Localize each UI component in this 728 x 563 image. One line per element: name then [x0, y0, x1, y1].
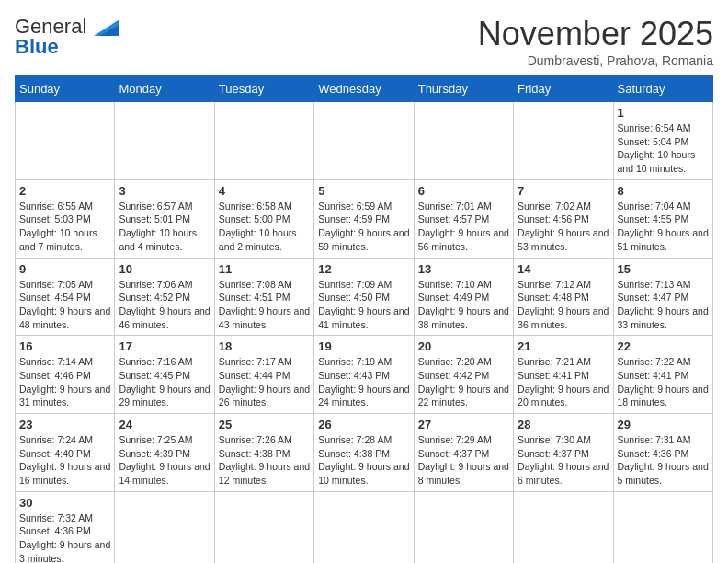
calendar-cell: 26Sunrise: 7:28 AM Sunset: 4:38 PM Dayli…	[314, 414, 414, 492]
day-info: Sunrise: 7:13 AM Sunset: 4:47 PM Dayligh…	[618, 278, 709, 332]
day-number: 29	[618, 418, 709, 431]
day-info: Sunrise: 7:28 AM Sunset: 4:38 PM Dayligh…	[318, 433, 409, 488]
day-info: Sunrise: 7:08 AM Sunset: 4:51 PM Dayligh…	[219, 278, 310, 332]
day-number: 13	[418, 262, 509, 276]
day-number: 10	[119, 262, 210, 276]
calendar-header-thursday: Thursday	[414, 76, 513, 102]
calendar-cell: 6Sunrise: 7:01 AM Sunset: 4:57 PM Daylig…	[414, 179, 513, 258]
calendar-cell	[414, 491, 513, 563]
calendar-header-tuesday: Tuesday	[214, 76, 313, 102]
calendar-cell: 29Sunrise: 7:31 AM Sunset: 4:36 PM Dayli…	[613, 414, 712, 492]
day-number: 30	[19, 496, 110, 510]
day-number: 5	[318, 184, 409, 198]
day-info: Sunrise: 7:25 AM Sunset: 4:39 PM Dayligh…	[119, 433, 210, 488]
calendar-cell: 13Sunrise: 7:10 AM Sunset: 4:49 PM Dayli…	[414, 258, 513, 336]
calendar-header-saturday: Saturday	[613, 76, 712, 102]
day-info: Sunrise: 7:32 AM Sunset: 4:36 PM Dayligh…	[19, 511, 110, 563]
month-title: November 2025	[478, 15, 713, 53]
calendar-cell: 2Sunrise: 6:55 AM Sunset: 5:03 PM Daylig…	[16, 179, 115, 258]
logo-icon	[90, 16, 123, 38]
calendar-cell	[314, 102, 414, 180]
calendar-cell: 10Sunrise: 7:06 AM Sunset: 4:52 PM Dayli…	[115, 258, 214, 336]
logo-blue: Blue	[15, 35, 59, 59]
calendar-header-sunday: Sunday	[16, 76, 115, 102]
day-number: 22	[618, 339, 709, 353]
day-info: Sunrise: 7:17 AM Sunset: 4:44 PM Dayligh…	[219, 355, 310, 409]
calendar-cell: 23Sunrise: 7:24 AM Sunset: 4:40 PM Dayli…	[16, 414, 115, 492]
calendar-cell	[16, 102, 115, 180]
calendar-cell: 27Sunrise: 7:29 AM Sunset: 4:37 PM Dayli…	[414, 414, 513, 492]
week-row-3: 9Sunrise: 7:05 AM Sunset: 4:54 PM Daylig…	[16, 258, 713, 336]
day-info: Sunrise: 7:14 AM Sunset: 4:46 PM Dayligh…	[19, 355, 110, 409]
day-number: 25	[219, 418, 310, 431]
calendar-cell: 30Sunrise: 7:32 AM Sunset: 4:36 PM Dayli…	[16, 491, 115, 563]
day-info: Sunrise: 6:55 AM Sunset: 5:03 PM Dayligh…	[19, 200, 110, 254]
day-info: Sunrise: 7:12 AM Sunset: 4:48 PM Dayligh…	[518, 278, 609, 332]
location: Dumbravesti, Prahova, Romania	[478, 53, 713, 68]
calendar-cell: 1Sunrise: 6:54 AM Sunset: 5:04 PM Daylig…	[613, 102, 712, 180]
page-header: General Blue November 2025 Dumbravesti, …	[15, 15, 713, 68]
calendar-cell: 21Sunrise: 7:21 AM Sunset: 4:41 PM Dayli…	[514, 336, 613, 414]
week-row-2: 2Sunrise: 6:55 AM Sunset: 5:03 PM Daylig…	[16, 179, 713, 258]
calendar-cell: 28Sunrise: 7:30 AM Sunset: 4:37 PM Dayli…	[514, 414, 613, 492]
calendar-cell: 3Sunrise: 6:57 AM Sunset: 5:01 PM Daylig…	[115, 179, 214, 258]
day-info: Sunrise: 7:09 AM Sunset: 4:50 PM Dayligh…	[318, 278, 409, 332]
day-number: 17	[119, 339, 210, 353]
day-info: Sunrise: 7:16 AM Sunset: 4:45 PM Dayligh…	[119, 355, 210, 409]
calendar-cell: 15Sunrise: 7:13 AM Sunset: 4:47 PM Dayli…	[613, 258, 712, 336]
day-number: 27	[418, 418, 509, 431]
calendar-cell	[115, 491, 214, 563]
calendar-cell: 5Sunrise: 6:59 AM Sunset: 4:59 PM Daylig…	[314, 179, 414, 258]
week-row-6: 30Sunrise: 7:32 AM Sunset: 4:36 PM Dayli…	[16, 491, 713, 563]
day-info: Sunrise: 7:19 AM Sunset: 4:43 PM Dayligh…	[318, 355, 409, 409]
calendar-cell: 11Sunrise: 7:08 AM Sunset: 4:51 PM Dayli…	[214, 258, 313, 336]
day-number: 21	[518, 339, 609, 353]
day-number: 7	[518, 184, 609, 198]
day-info: Sunrise: 7:31 AM Sunset: 4:36 PM Dayligh…	[618, 433, 709, 488]
calendar-cell: 7Sunrise: 7:02 AM Sunset: 4:56 PM Daylig…	[514, 179, 613, 258]
day-info: Sunrise: 6:54 AM Sunset: 5:04 PM Dayligh…	[618, 121, 709, 176]
logo: General Blue	[15, 15, 123, 59]
day-info: Sunrise: 7:21 AM Sunset: 4:41 PM Dayligh…	[518, 355, 609, 409]
day-number: 3	[119, 184, 210, 198]
day-number: 26	[318, 418, 409, 431]
title-block: November 2025 Dumbravesti, Prahova, Roma…	[478, 15, 713, 68]
day-info: Sunrise: 6:58 AM Sunset: 5:00 PM Dayligh…	[219, 200, 310, 254]
day-info: Sunrise: 7:26 AM Sunset: 4:38 PM Dayligh…	[219, 433, 310, 488]
week-row-5: 23Sunrise: 7:24 AM Sunset: 4:40 PM Dayli…	[16, 414, 713, 492]
day-info: Sunrise: 7:06 AM Sunset: 4:52 PM Dayligh…	[119, 278, 210, 332]
calendar-header-friday: Friday	[514, 76, 613, 102]
calendar-cell: 12Sunrise: 7:09 AM Sunset: 4:50 PM Dayli…	[314, 258, 414, 336]
day-number: 9	[19, 262, 110, 276]
calendar-cell	[115, 102, 214, 180]
calendar-cell	[514, 491, 613, 563]
day-number: 4	[219, 184, 310, 198]
calendar-cell	[214, 491, 313, 563]
calendar-header-monday: Monday	[115, 76, 214, 102]
day-number: 8	[618, 184, 709, 198]
calendar-header-wednesday: Wednesday	[314, 76, 414, 102]
day-info: Sunrise: 7:29 AM Sunset: 4:37 PM Dayligh…	[418, 433, 509, 488]
calendar-cell	[514, 102, 613, 180]
calendar-cell: 22Sunrise: 7:22 AM Sunset: 4:41 PM Dayli…	[613, 336, 712, 414]
calendar-cell: 18Sunrise: 7:17 AM Sunset: 4:44 PM Dayli…	[214, 336, 313, 414]
day-info: Sunrise: 7:30 AM Sunset: 4:37 PM Dayligh…	[518, 433, 609, 488]
week-row-1: 1Sunrise: 6:54 AM Sunset: 5:04 PM Daylig…	[16, 102, 713, 180]
day-number: 2	[19, 184, 110, 198]
day-info: Sunrise: 7:10 AM Sunset: 4:49 PM Dayligh…	[418, 278, 509, 332]
day-number: 1	[618, 106, 709, 120]
calendar-cell: 25Sunrise: 7:26 AM Sunset: 4:38 PM Dayli…	[214, 414, 313, 492]
calendar-cell: 16Sunrise: 7:14 AM Sunset: 4:46 PM Dayli…	[16, 336, 115, 414]
day-number: 15	[618, 262, 709, 276]
day-number: 28	[518, 418, 609, 431]
day-info: Sunrise: 7:22 AM Sunset: 4:41 PM Dayligh…	[618, 355, 709, 409]
calendar-cell	[414, 102, 513, 180]
day-number: 14	[518, 262, 609, 276]
calendar-cell: 8Sunrise: 7:04 AM Sunset: 4:55 PM Daylig…	[613, 179, 712, 258]
calendar-cell: 9Sunrise: 7:05 AM Sunset: 4:54 PM Daylig…	[16, 258, 115, 336]
calendar-cell	[214, 102, 313, 180]
day-number: 11	[219, 262, 310, 276]
day-number: 18	[219, 339, 310, 353]
day-info: Sunrise: 6:59 AM Sunset: 4:59 PM Dayligh…	[318, 200, 409, 254]
week-row-4: 16Sunrise: 7:14 AM Sunset: 4:46 PM Dayli…	[16, 336, 713, 414]
